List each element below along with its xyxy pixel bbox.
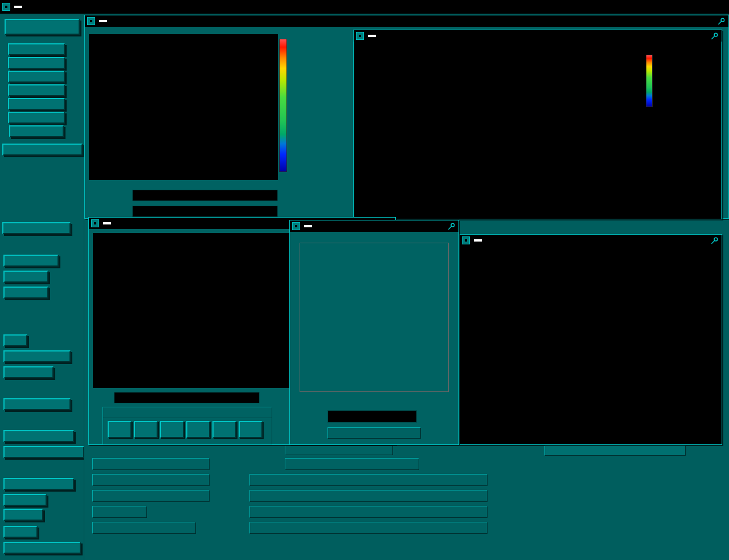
sidebar-button-analyze-attr[interactable] bbox=[3, 478, 74, 490]
rms-readout bbox=[132, 206, 278, 217]
surface-map-canvas[interactable] bbox=[89, 34, 278, 180]
remove-sa3-button[interactable] bbox=[239, 421, 263, 438]
filter-low-wavelen-field[interactable] bbox=[249, 522, 488, 534]
sidebar-button-measure-cntrl[interactable] bbox=[2, 144, 83, 156]
sidebar-button-sw-profile[interactable] bbox=[2, 222, 71, 234]
window-fragment bbox=[544, 445, 686, 456]
zygo-logo bbox=[474, 239, 482, 242]
sidebar-button-calibrate[interactable] bbox=[8, 112, 65, 124]
aperture-od-field[interactable] bbox=[92, 474, 210, 486]
sidebar-button-reset[interactable] bbox=[9, 125, 64, 137]
psf-size-field[interactable] bbox=[327, 427, 421, 439]
zygo-logo bbox=[368, 35, 376, 37]
filter-high-wavelen-field[interactable] bbox=[249, 506, 488, 518]
remove-ast-button[interactable] bbox=[186, 421, 210, 438]
remove-tlt-button[interactable] bbox=[134, 421, 158, 438]
plot3d-canvas[interactable] bbox=[460, 246, 722, 444]
window-titlebar[interactable] bbox=[290, 220, 458, 232]
sidebar-button-mtf-profile[interactable] bbox=[3, 350, 71, 362]
window-menu-icon[interactable] bbox=[87, 17, 95, 25]
oblique-colorbar bbox=[646, 55, 653, 107]
window-titlebar[interactable] bbox=[354, 30, 722, 42]
sidebar-button-slope-y[interactable] bbox=[3, 287, 48, 299]
remove-pwr-button[interactable] bbox=[160, 421, 184, 438]
sidebar-button-video-monitor[interactable] bbox=[3, 542, 81, 554]
remove-cma-button[interactable] bbox=[212, 421, 236, 438]
sidebar-button-zernikes[interactable] bbox=[3, 366, 54, 378]
pushpin-icon[interactable] bbox=[710, 236, 719, 245]
remove-panel-title bbox=[103, 407, 272, 418]
zygo-logo bbox=[99, 20, 107, 22]
sidebar-button-iso-10110-5[interactable] bbox=[3, 398, 71, 410]
sidebar-button-mtf[interactable] bbox=[3, 334, 27, 346]
pushpin-icon[interactable] bbox=[717, 17, 726, 26]
window-menu-icon[interactable] bbox=[292, 222, 300, 230]
window-menu-icon[interactable] bbox=[356, 32, 364, 40]
plot3d-window bbox=[459, 234, 722, 445]
sidebar-button-slope-x[interactable] bbox=[3, 271, 48, 283]
remove-panel bbox=[103, 407, 272, 444]
sidebar-button-mask-data[interactable] bbox=[8, 71, 65, 83]
window-menu-icon[interactable] bbox=[2, 3, 10, 11]
remove-pst-button[interactable] bbox=[108, 421, 132, 438]
pv-readout bbox=[132, 190, 278, 201]
map-colorbar bbox=[279, 39, 287, 172]
aperture-id-field[interactable] bbox=[92, 490, 210, 502]
pushpin-icon[interactable] bbox=[447, 222, 456, 231]
pushpin-icon[interactable] bbox=[710, 32, 719, 40]
sidebar-button-report[interactable] bbox=[3, 509, 43, 521]
trim-field[interactable] bbox=[92, 506, 147, 518]
sidebar-button-load-data[interactable] bbox=[8, 98, 65, 110]
sidebar bbox=[0, 14, 84, 560]
sidebar-button-measure[interactable] bbox=[8, 43, 65, 55]
zygo-logo bbox=[14, 6, 22, 8]
strehl-readout bbox=[327, 410, 417, 423]
filter-window-size-field[interactable] bbox=[285, 458, 419, 470]
window-titlebar[interactable] bbox=[85, 15, 728, 27]
remove-buttons-row bbox=[103, 418, 272, 441]
sidebar-button-analyze[interactable] bbox=[8, 57, 65, 69]
app-titlebar[interactable] bbox=[0, 0, 729, 14]
sidebar-button-process[interactable] bbox=[3, 494, 47, 506]
auto-aperture-field[interactable] bbox=[92, 458, 210, 470]
window-titlebar[interactable] bbox=[460, 235, 722, 246]
sidebar-button-units[interactable] bbox=[3, 526, 38, 538]
profile-pv-readout bbox=[114, 392, 260, 403]
oblique-canvas[interactable] bbox=[354, 42, 721, 219]
sidebar-button-synthfringes[interactable] bbox=[3, 430, 74, 442]
oblique-plot-window bbox=[353, 30, 722, 219]
zygo-logo bbox=[103, 222, 111, 224]
application-window bbox=[0, 0, 729, 560]
sidebar-button-save-data[interactable] bbox=[8, 84, 65, 96]
filter-high-freq-field[interactable] bbox=[249, 474, 488, 486]
sidebar-button-slope-mag[interactable] bbox=[3, 255, 59, 267]
zygo-logo bbox=[304, 225, 312, 227]
sidebar-button-environment-temp[interactable] bbox=[3, 446, 84, 458]
filter-trim-field[interactable] bbox=[285, 443, 393, 455]
psf-window bbox=[289, 220, 459, 445]
window-menu-icon[interactable] bbox=[91, 219, 99, 227]
trim-mode-field[interactable] bbox=[92, 522, 196, 534]
filter-low-freq-field[interactable] bbox=[249, 490, 488, 502]
window-menu-icon[interactable] bbox=[462, 236, 470, 244]
psf-canvas[interactable] bbox=[300, 243, 449, 392]
sidebar-button-sm-aperture[interactable] bbox=[5, 19, 80, 35]
